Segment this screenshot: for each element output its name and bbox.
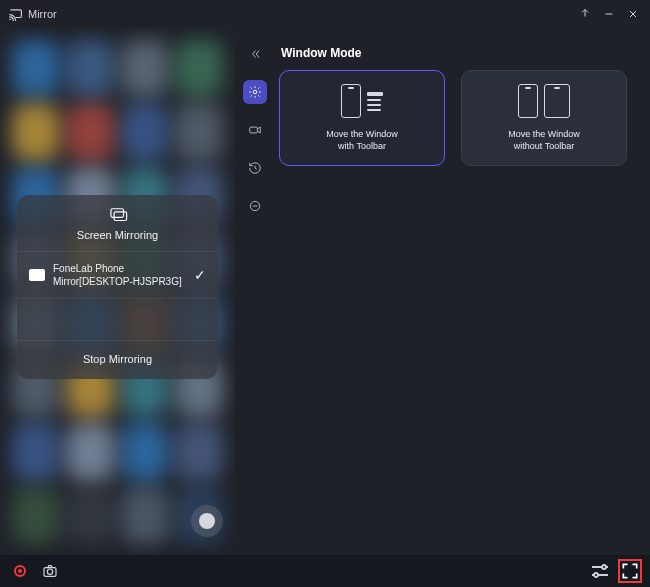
device-row[interactable]: FoneLab Phone Mirror[DESKTOP-HJSPR3G] ✓ (17, 251, 218, 298)
svg-rect-3 (250, 127, 258, 133)
window-mode-without-toolbar[interactable]: Move the Window without Toolbar (461, 70, 627, 166)
svg-point-7 (602, 565, 606, 569)
panel-spacer (17, 298, 218, 340)
fullscreen-button[interactable] (618, 559, 642, 583)
screen-mirroring-panel: Screen Mirroring FoneLab Phone Mirror[DE… (17, 195, 218, 379)
device-host: Mirror[DESKTOP-HJSPR3G] (53, 275, 194, 288)
section-title: Window Mode (275, 28, 650, 70)
card-label: Move the Window without Toolbar (508, 128, 580, 152)
collapse-rail-button[interactable] (243, 42, 267, 66)
assistive-touch-button[interactable] (191, 505, 223, 537)
screenshot-button[interactable] (38, 559, 62, 583)
minimize-button[interactable] (600, 5, 618, 23)
with-toolbar-icon (341, 84, 383, 118)
close-button[interactable] (624, 5, 642, 23)
app-title: Mirror (28, 8, 57, 20)
phone-preview: Screen Mirroring FoneLab Phone Mirror[DE… (0, 28, 235, 555)
app-cast-icon (8, 7, 22, 21)
svg-point-2 (253, 90, 257, 94)
svg-point-6 (47, 569, 52, 574)
history-tab[interactable] (243, 156, 267, 180)
mirroring-icon (107, 207, 129, 223)
svg-rect-1 (114, 212, 127, 221)
bottom-bar (0, 555, 650, 587)
stop-mirroring-button[interactable]: Stop Mirroring (17, 340, 218, 379)
camera-tab[interactable] (243, 118, 267, 142)
minus-tab[interactable] (243, 194, 267, 218)
record-button[interactable] (8, 559, 32, 583)
side-rail (241, 42, 269, 218)
title-bar: Mirror (0, 0, 650, 28)
settings-tab[interactable] (243, 80, 267, 104)
card-label: Move the Window with Toolbar (326, 128, 398, 152)
without-toolbar-icon (518, 84, 570, 118)
window-mode-with-toolbar[interactable]: Move the Window with Toolbar (279, 70, 445, 166)
device-name: FoneLab Phone (53, 262, 194, 275)
check-icon: ✓ (194, 267, 206, 283)
pin-button[interactable] (576, 5, 594, 23)
settings-panel: Window Mode Move the Window with Toolbar… (235, 28, 650, 555)
adjust-button[interactable] (588, 559, 612, 583)
svg-point-8 (594, 573, 598, 577)
mirroring-title: Screen Mirroring (77, 229, 158, 241)
tv-icon (29, 269, 45, 281)
svg-rect-0 (110, 209, 123, 218)
